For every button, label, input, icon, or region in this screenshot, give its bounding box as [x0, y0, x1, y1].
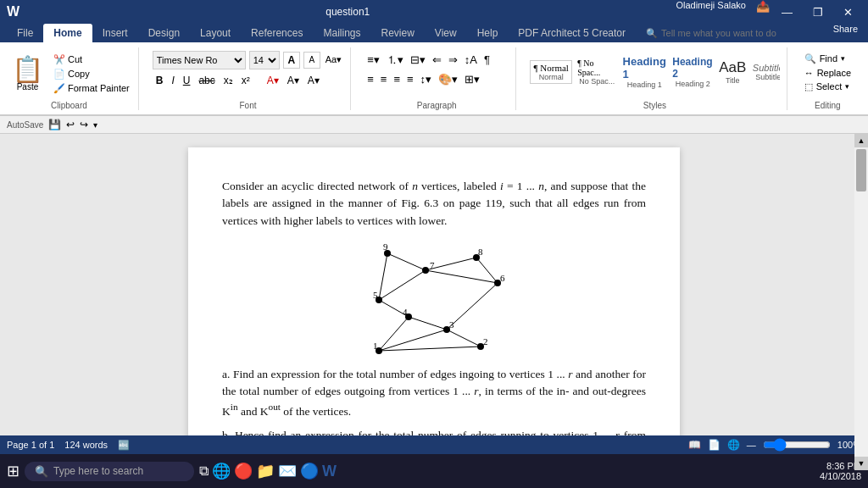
- style-subtitle-label: Subtitle: [755, 73, 779, 81]
- restore-button[interactable]: ❐: [804, 0, 832, 24]
- highlight-button[interactable]: A▾: [284, 73, 303, 88]
- superscript-button[interactable]: x²: [238, 73, 253, 88]
- style-title[interactable]: AaB Title: [718, 57, 747, 87]
- font-grow-button[interactable]: A: [283, 52, 300, 69]
- tab-layout[interactable]: Layout: [190, 24, 241, 42]
- zoom-slider[interactable]: [763, 441, 831, 449]
- minimize-button[interactable]: —: [773, 0, 801, 24]
- multilevel-button[interactable]: ⊟▾: [408, 52, 428, 68]
- search-icon-taskbar: 🔍: [35, 465, 48, 478]
- start-button[interactable]: ⊞: [7, 462, 19, 480]
- search-icon: 🔍: [646, 28, 658, 39]
- taskbar-word[interactable]: W: [322, 463, 337, 480]
- sort-button[interactable]: ↕A: [462, 52, 480, 68]
- share-button[interactable]: Share: [823, 24, 868, 42]
- align-right-button[interactable]: ≡: [391, 71, 403, 87]
- zoom-level: —: [747, 440, 756, 450]
- ribbon-search-input[interactable]: [661, 28, 814, 38]
- line-spacing-button[interactable]: ↕▾: [418, 71, 435, 87]
- redo-button[interactable]: ↪: [80, 119, 88, 130]
- font-shrink-button[interactable]: A: [303, 52, 320, 69]
- view-print-button[interactable]: 📄: [708, 439, 721, 451]
- status-bar: Page 1 of 1 124 words 🔤 📖 📄 🌐 — 100%: [0, 435, 868, 454]
- taskbar-mail[interactable]: ✉️: [278, 462, 297, 480]
- style-subtitle[interactable]: Subtitle Subtitle: [749, 60, 779, 84]
- save-icon[interactable]: 💾: [48, 119, 61, 130]
- close-button[interactable]: ✕: [835, 0, 861, 24]
- document-area: ▲ ▼ Consider an acyclic directed network…: [0, 134, 868, 470]
- style-heading1[interactable]: Heading 1 Heading 1: [621, 53, 667, 92]
- scroll-up-button[interactable]: ▲: [854, 134, 868, 147]
- find-button[interactable]: 🔍 Find ▾: [801, 53, 854, 65]
- replace-button[interactable]: ↔ Replace: [801, 67, 854, 79]
- taskbar-edge[interactable]: 🌐: [212, 462, 231, 480]
- tab-design[interactable]: Design: [138, 24, 190, 42]
- svg-line-29: [379, 330, 447, 351]
- word-count: 124 words: [64, 440, 108, 451]
- style-normal-preview: ¶ Normal: [534, 63, 569, 73]
- tab-mailings[interactable]: Mailings: [313, 24, 370, 42]
- taskbar-code[interactable]: 🔵: [300, 462, 319, 480]
- font-name-select[interactable]: Times New Ro: [153, 51, 246, 69]
- format-painter-button[interactable]: 🖌️ Format Painter: [52, 82, 131, 95]
- borders-button[interactable]: ⊞▾: [462, 71, 482, 87]
- copy-button[interactable]: 📄 Copy: [52, 68, 131, 80]
- scroll-down-button[interactable]: ▼: [854, 457, 868, 470]
- style-h2-label: Heading 2: [676, 80, 710, 88]
- svg-line-26: [379, 317, 409, 351]
- svg-text:9: 9: [383, 241, 388, 252]
- view-web-button[interactable]: 🌐: [727, 439, 740, 451]
- style-heading2[interactable]: Heading 2 Heading 2: [670, 53, 715, 91]
- svg-line-18: [387, 253, 426, 270]
- style-normal[interactable]: ¶ Normal Normal: [530, 60, 572, 84]
- italic-button[interactable]: I: [168, 73, 177, 88]
- tab-home[interactable]: Home: [43, 24, 92, 42]
- show-marks-button[interactable]: ¶: [481, 52, 492, 68]
- page-indicator: Page 1 of 1: [7, 440, 54, 451]
- subscript-button[interactable]: x₂: [220, 73, 236, 88]
- align-center-button[interactable]: ≡: [378, 71, 390, 87]
- ribbon-body: 📋 Paste ✂️ Cut 📄 Copy 🖌️ Format Painter: [0, 42, 868, 115]
- tab-help[interactable]: Help: [467, 24, 509, 42]
- taskbar-chrome[interactable]: 🔴: [234, 462, 253, 480]
- increase-indent-button[interactable]: ⇒: [446, 52, 460, 68]
- font-size-select[interactable]: 14: [249, 51, 280, 69]
- cut-button[interactable]: ✂️ Cut: [52, 53, 131, 66]
- taskbar-explorer[interactable]: 📁: [256, 462, 275, 480]
- justify-button[interactable]: ≡: [404, 71, 416, 87]
- underline-button[interactable]: U: [180, 73, 194, 88]
- shading-button[interactable]: 🎨▾: [436, 71, 460, 87]
- style-no-space[interactable]: ¶ No Spac... No Spac...: [575, 56, 619, 88]
- find-icon: 🔍: [804, 53, 816, 64]
- font-aa-button[interactable]: Aa▾: [324, 53, 343, 67]
- style-subtitle-preview: Subtitle: [753, 63, 780, 73]
- paste-button[interactable]: 📋 Paste: [7, 55, 48, 93]
- scroll-thumb[interactable]: [856, 149, 866, 191]
- font-color-button[interactable]: A▾: [264, 73, 282, 88]
- style-h1-label: Heading 1: [627, 80, 662, 89]
- bold-button[interactable]: B: [153, 73, 167, 88]
- select-button[interactable]: ⬚ Select ▾: [801, 80, 854, 93]
- style-title-preview: AaB: [719, 59, 746, 76]
- tab-view[interactable]: View: [425, 24, 467, 42]
- select-label: Select: [816, 81, 843, 92]
- text-color-button[interactable]: A▾: [304, 73, 323, 88]
- customize-quick-access[interactable]: ▾: [93, 120, 97, 130]
- tab-insert[interactable]: Insert: [92, 24, 138, 42]
- search-bar[interactable]: 🔍 Type here to search: [25, 462, 194, 481]
- tab-references[interactable]: References: [241, 24, 313, 42]
- strikethrough-button[interactable]: abc: [195, 73, 218, 88]
- taskview-button[interactable]: ⧉: [199, 463, 209, 479]
- svg-line-22: [476, 258, 498, 283]
- share-icon: 📤: [756, 0, 770, 24]
- tab-pdf[interactable]: PDF Architect 5 Creator: [508, 24, 636, 42]
- svg-line-19: [379, 253, 387, 300]
- decrease-indent-button[interactable]: ⇐: [430, 52, 444, 68]
- tab-review[interactable]: Review: [370, 24, 424, 42]
- tab-file[interactable]: File: [7, 24, 43, 42]
- align-left-button[interactable]: ≡: [364, 71, 376, 87]
- view-read-button[interactable]: 📖: [688, 439, 701, 451]
- undo-button[interactable]: ↩: [66, 119, 75, 130]
- numbering-button[interactable]: ⒈▾: [384, 51, 406, 69]
- bullets-button[interactable]: ≡▾: [364, 52, 382, 68]
